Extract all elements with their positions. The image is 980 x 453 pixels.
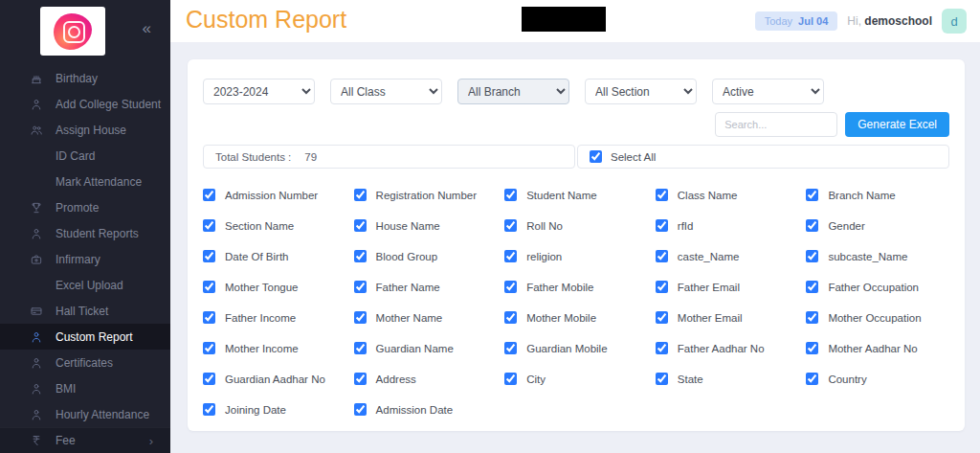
field-item-student-name[interactable]: Student Name <box>504 186 648 204</box>
blood-group-checkbox[interactable] <box>354 250 367 262</box>
rfid-checkbox[interactable] <box>656 219 668 232</box>
field-item-religion[interactable]: religion <box>504 247 648 265</box>
student-name-checkbox[interactable] <box>504 189 517 201</box>
father-email-checkbox[interactable] <box>656 281 668 293</box>
field-item-guardian-mobile[interactable]: Guardian Mobile <box>504 339 648 357</box>
guardian-aadhar-no-checkbox[interactable] <box>203 373 215 385</box>
admission-number-checkbox[interactable] <box>203 189 215 201</box>
sidebar-item-excel-upload[interactable]: Excel Upload <box>0 272 170 298</box>
caste-name-checkbox[interactable] <box>656 250 668 262</box>
religion-checkbox[interactable] <box>504 250 517 262</box>
select-all-checkbox[interactable] <box>590 150 602 163</box>
section-name-checkbox[interactable] <box>203 219 215 232</box>
mother-name-checkbox[interactable] <box>354 311 367 324</box>
mother-income-checkbox[interactable] <box>203 342 215 354</box>
branch-select[interactable]: All Branch <box>457 79 569 104</box>
field-item-mother-mobile[interactable]: Mother Mobile <box>504 308 648 327</box>
state-checkbox[interactable] <box>656 373 668 385</box>
field-item-registration-number[interactable]: Registration Number <box>354 186 498 204</box>
city-checkbox[interactable] <box>504 373 517 385</box>
mother-occupation-checkbox[interactable] <box>806 311 818 324</box>
field-item-admission-number[interactable]: Admission Number <box>203 186 346 204</box>
sidebar-item-certificates[interactable]: Certificates <box>0 350 170 375</box>
field-item-father-income[interactable]: Father Income <box>203 308 346 327</box>
class-select[interactable]: All Class <box>330 79 442 104</box>
roll-no-checkbox[interactable] <box>504 219 517 232</box>
house-name-checkbox[interactable] <box>354 219 367 232</box>
sidebar-item-birthday[interactable]: Birthday <box>0 65 170 91</box>
field-item-subcaste-name[interactable]: subcaste_Name <box>806 247 949 265</box>
class-name-checkbox[interactable] <box>656 189 668 201</box>
field-item-mother-occupation[interactable]: Mother Occupation <box>806 308 949 327</box>
registration-number-checkbox[interactable] <box>354 189 367 201</box>
field-item-date-of-birth[interactable]: Date Of Birth <box>203 247 346 265</box>
field-item-state[interactable]: State <box>656 370 799 388</box>
sidebar-item-student-reports[interactable]: Student Reports <box>0 220 170 246</box>
guardian-mobile-checkbox[interactable] <box>504 342 517 354</box>
field-item-father-aadhar-no[interactable]: Father Aadhar No <box>656 339 799 357</box>
field-item-father-email[interactable]: Father Email <box>656 278 799 296</box>
field-item-caste-name[interactable]: caste_Name <box>656 247 799 265</box>
field-item-class-name[interactable]: Class Name <box>656 186 799 204</box>
address-checkbox[interactable] <box>354 373 367 385</box>
field-item-city[interactable]: City <box>504 370 648 388</box>
field-item-house-name[interactable]: House Name <box>354 216 498 235</box>
mother-tongue-checkbox[interactable] <box>203 281 215 293</box>
section-select[interactable]: All Section <box>585 79 697 104</box>
branch-name-checkbox[interactable] <box>806 189 818 201</box>
father-aadhar-no-checkbox[interactable] <box>656 342 668 354</box>
field-item-father-occupation[interactable]: Father Occupation <box>806 278 949 296</box>
sidebar-item-hall-ticket[interactable]: Hall Ticket <box>0 298 170 324</box>
sidebar-item-assign-house[interactable]: Assign House <box>0 117 170 143</box>
field-item-mother-aadhar-no[interactable]: Mother Aadhar No <box>806 339 949 357</box>
sidebar-item-infirmary[interactable]: Infirmary <box>0 246 170 272</box>
field-item-branch-name[interactable]: Branch Name <box>806 186 949 204</box>
field-item-mother-name[interactable]: Mother Name <box>354 308 498 327</box>
guardian-name-checkbox[interactable] <box>354 342 367 354</box>
field-item-joining-date[interactable]: Joining Date <box>203 400 346 419</box>
country-checkbox[interactable] <box>806 373 818 385</box>
field-item-father-mobile[interactable]: Father Mobile <box>504 278 648 296</box>
field-item-blood-group[interactable]: Blood Group <box>354 247 498 265</box>
user-avatar[interactable]: d <box>942 9 967 34</box>
sidebar-item-mark-attendance[interactable]: Mark Attendance <box>0 169 170 194</box>
field-item-admission-date[interactable]: Admission Date <box>354 400 498 419</box>
generate-excel-button[interactable]: Generate Excel <box>845 112 949 137</box>
sidebar-item-id-card[interactable]: ID Card <box>0 143 170 169</box>
sidebar-item-fee[interactable]: Fee › <box>0 427 170 453</box>
sidebar-item-custom-report[interactable]: Custom Report <box>0 324 170 350</box>
field-item-guardian-aadhar-no[interactable]: Guardian Aadhar No <box>203 370 346 388</box>
select-all-box[interactable]: Select All <box>577 145 949 169</box>
subcaste-name-checkbox[interactable] <box>806 250 818 262</box>
father-mobile-checkbox[interactable] <box>504 281 517 293</box>
father-name-checkbox[interactable] <box>354 281 367 293</box>
mother-email-checkbox[interactable] <box>656 311 668 324</box>
collapse-sidebar-icon[interactable]: « <box>143 19 151 38</box>
sidebar-item-bmi[interactable]: BMI <box>0 375 170 401</box>
field-item-address[interactable]: Address <box>354 370 498 388</box>
sidebar-item-promote[interactable]: Promote <box>0 194 170 220</box>
mother-aadhar-no-checkbox[interactable] <box>806 342 818 354</box>
field-item-gender[interactable]: Gender <box>806 216 949 235</box>
field-item-rfid[interactable]: rfId <box>656 216 799 235</box>
admission-date-checkbox[interactable] <box>354 403 367 416</box>
field-item-country[interactable]: Country <box>806 370 949 388</box>
gender-checkbox[interactable] <box>806 219 818 232</box>
sidebar-item-hourly-attendance[interactable]: Hourly Attendance <box>0 401 170 427</box>
field-item-father-name[interactable]: Father Name <box>354 278 498 296</box>
field-item-mother-email[interactable]: Mother Email <box>656 308 799 327</box>
status-select[interactable]: Active <box>712 79 824 104</box>
field-item-guardian-name[interactable]: Guardian Name <box>354 339 498 357</box>
joining-date-checkbox[interactable] <box>203 403 215 416</box>
field-item-mother-income[interactable]: Mother Income <box>203 339 346 357</box>
father-income-checkbox[interactable] <box>203 311 215 324</box>
academic-year-select[interactable]: 2023-2024 <box>203 79 315 104</box>
search-input[interactable] <box>715 112 837 137</box>
sidebar-item-add-college-student[interactable]: Add College Student <box>0 91 170 117</box>
field-item-section-name[interactable]: Section Name <box>203 216 346 235</box>
mother-mobile-checkbox[interactable] <box>504 311 517 324</box>
father-occupation-checkbox[interactable] <box>806 281 818 293</box>
app-logo[interactable] <box>40 7 105 56</box>
field-item-mother-tongue[interactable]: Mother Tongue <box>203 278 346 296</box>
field-item-roll-no[interactable]: Roll No <box>504 216 648 235</box>
